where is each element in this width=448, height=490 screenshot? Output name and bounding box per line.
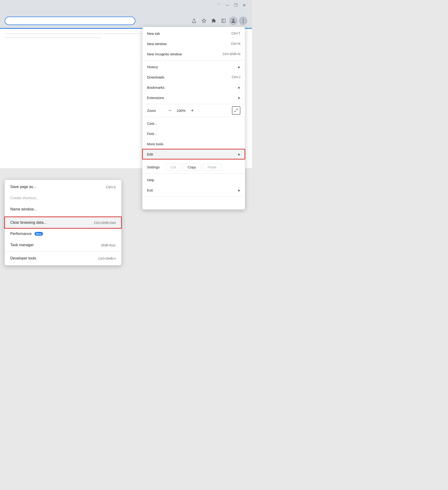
submenu-item-devtools[interactable]: Developer tools Ctrl+Shift+I: [5, 253, 121, 264]
minimize-button[interactable]: —: [224, 2, 230, 9]
help-label: Exit: [147, 188, 153, 192]
zoom-out-button[interactable]: −: [166, 106, 174, 115]
submenu-divider-2: [5, 252, 121, 252]
close-button[interactable]: ✕: [241, 2, 247, 9]
address-bar[interactable]: [5, 17, 135, 25]
more-tools-label: Edit: [147, 152, 153, 156]
menu-item-exit[interactable]: [142, 198, 245, 208]
submenu-divider-1: [5, 216, 121, 216]
history-label: History: [147, 65, 158, 69]
zoom-label: Zoom: [147, 109, 166, 113]
copy-button[interactable]: Copy: [183, 164, 201, 171]
find-label: More tools: [147, 142, 163, 146]
bookmarks-arrow: [238, 86, 240, 89]
name-window-label: Name window...: [10, 207, 37, 211]
sidebar-icon[interactable]: [219, 17, 228, 25]
downloads-label: Downloads: [147, 75, 164, 79]
extensions-arrow: [238, 96, 240, 99]
svg-rect-2: [222, 19, 225, 23]
submenu-item-task-manager[interactable]: Task manager Shift+Esc: [5, 239, 121, 251]
extensions-label: Extensions: [147, 96, 164, 100]
menu-item-settings[interactable]: Help: [142, 175, 245, 185]
task-manager-shortcut: Shift+Esc: [101, 243, 116, 247]
profile-icon[interactable]: [229, 17, 237, 25]
toolbar-icons: ⋮: [190, 17, 247, 25]
bookmark-icon[interactable]: [200, 17, 208, 25]
menu-item-bookmarks[interactable]: Bookmarks: [142, 82, 245, 93]
browser-chrome: ˅ — ❐ ✕: [0, 0, 252, 28]
paste-button[interactable]: Paste: [203, 164, 221, 171]
new-badge: New: [34, 232, 43, 236]
more-tools-arrow: [238, 152, 240, 156]
menu-item-new-tab[interactable]: New tab Ctrl+T: [142, 28, 245, 39]
new-window-shortcut: Ctrl+N: [231, 42, 240, 45]
fullscreen-button[interactable]: [232, 106, 240, 115]
svg-marker-1: [202, 19, 206, 23]
edit-label: Settings: [147, 165, 166, 169]
cast-label: Find...: [147, 132, 157, 136]
new-tab-label: New tab: [147, 32, 160, 35]
zoom-row: Zoom − 100% +: [142, 105, 245, 116]
menu-item-help[interactable]: Exit: [142, 185, 245, 195]
clear-browsing-shortcut: Ctrl+Shift+Del: [94, 221, 116, 225]
save-page-label: Save page as...: [10, 185, 36, 189]
downloads-shortcut: Ctrl+J: [232, 75, 240, 79]
menu-item-new-window[interactable]: New window Ctrl+N: [142, 39, 245, 49]
edit-buttons: Cut Copy Paste: [166, 164, 223, 171]
performance-label: Performance: [10, 232, 32, 236]
submenu-item-create-shortcut[interactable]: Create shortcut...: [5, 192, 121, 204]
menu-item-more-tools[interactable]: Edit: [142, 149, 245, 159]
submenu-item-name-window[interactable]: Name window...: [5, 204, 121, 215]
zoom-in-button[interactable]: +: [188, 106, 196, 115]
content-line-2: [5, 38, 102, 38]
settings-label: Help: [147, 178, 154, 182]
menu-item-incognito[interactable]: New Incognito window Ctrl+Shift+N: [142, 49, 245, 59]
create-shortcut-label: Create shortcut...: [10, 196, 39, 200]
edit-row: Settings Cut Copy Paste: [142, 162, 245, 172]
submenu-item-save-page[interactable]: Save page as... Ctrl+S: [5, 181, 121, 192]
menu-item-downloads[interactable]: Downloads Ctrl+J: [142, 72, 245, 82]
bookmarks-label: Bookmarks: [147, 86, 164, 89]
zoom-percent: 100%: [174, 109, 188, 113]
chevron-down-button[interactable]: ˅: [216, 2, 222, 9]
menu-item-cast[interactable]: Find...: [142, 129, 245, 139]
new-tab-shortcut: Ctrl+T: [231, 32, 241, 35]
help-arrow: [238, 188, 240, 192]
incognito-label: New Incognito window: [147, 52, 182, 56]
divider-6: [142, 196, 245, 197]
more-tools-submenu: Save page as... Ctrl+S Create shortcut..…: [5, 180, 121, 265]
devtools-label: Developer tools: [10, 256, 36, 260]
divider-4: [142, 160, 245, 161]
submenu-item-clear-browsing[interactable]: Clear browsing data... Ctrl+Shift+Del: [5, 217, 121, 228]
zoom-controls: − 100% +: [166, 106, 232, 115]
cut-button[interactable]: Cut: [166, 164, 181, 171]
divider-2: [142, 104, 245, 104]
menu-item-print[interactable]: Cast...: [142, 118, 245, 129]
clear-browsing-label: Clear browsing data...: [10, 220, 47, 225]
save-page-shortcut: Ctrl+S: [106, 185, 116, 189]
divider-3: [142, 117, 245, 117]
restore-button[interactable]: ❐: [232, 2, 239, 9]
menu-item-extensions[interactable]: Extensions: [142, 93, 245, 103]
submenu-item-performance[interactable]: Performance New: [5, 228, 121, 239]
address-bar-row: ⋮: [5, 16, 247, 25]
print-label: Cast...: [147, 122, 157, 125]
three-dots-menu-button[interactable]: ⋮: [239, 17, 247, 25]
incognito-shortcut: Ctrl+Shift+N: [223, 52, 240, 56]
window-controls: ˅ — ❐ ✕: [216, 2, 247, 9]
divider-5: [142, 173, 245, 174]
divider-1: [142, 60, 245, 61]
extensions-icon[interactable]: [210, 17, 218, 25]
history-arrow: [238, 65, 240, 69]
task-manager-label: Task manager: [10, 243, 34, 247]
new-window-label: New window: [147, 42, 167, 46]
bottom-area: [0, 350, 252, 490]
menu-item-find[interactable]: More tools: [142, 139, 245, 149]
devtools-shortcut: Ctrl+Shift+I: [98, 256, 116, 260]
share-icon[interactable]: [190, 17, 198, 25]
menu-item-history[interactable]: History: [142, 62, 245, 72]
chrome-main-menu: New tab Ctrl+T New window Ctrl+N New Inc…: [142, 27, 245, 210]
